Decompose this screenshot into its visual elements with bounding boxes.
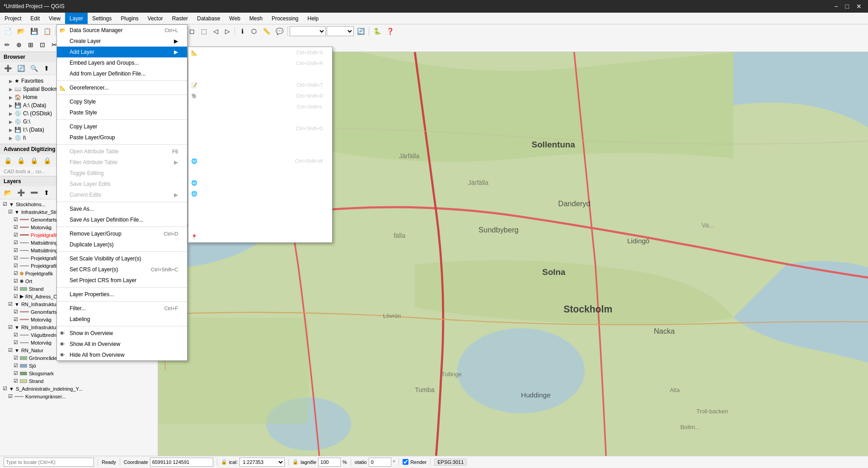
browser-refresh-btn[interactable]: 🔄 — [15, 63, 27, 74]
python-btn[interactable]: 🐍 — [371, 26, 383, 37]
adv-lock2[interactable]: 🔒 — [15, 155, 27, 166]
move-feature-btn[interactable]: ⊞ — [25, 39, 36, 50]
zoom-selection-btn[interactable]: ⬚ — [198, 26, 209, 37]
adv-lock1[interactable]: 🔒 — [2, 155, 14, 166]
magnifier-field[interactable] — [318, 458, 341, 467]
annotation-combo[interactable] — [327, 26, 354, 36]
browser-add-btn[interactable]: ➕ — [2, 63, 14, 74]
menu-set-crs[interactable]: Set CRS of Layer(s) Ctrl+Shift+C — [57, 264, 187, 275]
submenu-add-xyz[interactable]: 🗺 Add XYZ Layer... — [188, 166, 332, 177]
menu-filter[interactable]: Filter... Ctrl+F — [57, 303, 187, 314]
menu-database[interactable]: Database — [192, 13, 225, 24]
submenu-add-mesh[interactable]: ⬡ Add Mesh Layer... — [188, 69, 332, 80]
menu-paste-style[interactable]: Paste Style — [57, 107, 187, 118]
layers-add-btn[interactable]: ➕ — [15, 187, 27, 198]
submenu-add-arcgis[interactable]: 🗄 Add ArcGIS REST Server Layer... — [188, 199, 332, 210]
submenu-add-delimited[interactable]: 📝 Add Delimited Text Layer... Ctrl+Shift… — [188, 80, 332, 90]
menu-open-attr-table[interactable]: Open Attribute Table F6 — [57, 146, 187, 157]
save-as-btn[interactable]: 📋 — [41, 26, 53, 37]
select-btn[interactable]: ⬡ — [249, 26, 259, 37]
menu-plugins[interactable]: Plugins — [116, 13, 143, 24]
crs-badge[interactable]: EPSG:3011 — [434, 459, 467, 466]
browser-collapse-btn[interactable]: ⬆ — [41, 63, 52, 74]
tips-btn[interactable]: 💬 — [273, 26, 286, 37]
layer-strand2[interactable]: ☑ Strand — [1, 377, 157, 385]
menu-settings[interactable]: Settings — [88, 13, 116, 24]
submenu-add-raster[interactable]: 🖼 Add Raster Layer... Ctrl+Shift+R — [188, 58, 332, 69]
menu-hide-all-overview[interactable]: 👁 Hide All from Overview — [57, 350, 187, 360]
menu-paste-layer[interactable]: Paste Layer/Group — [57, 132, 187, 143]
submenu-add-wcs[interactable]: 🌐 Add WCS Layer... — [188, 177, 332, 188]
close-button[interactable]: ✕ — [854, 2, 864, 11]
menu-set-project-crs[interactable]: Set Project CRS from Layer — [57, 275, 187, 286]
adv-lock4[interactable]: 🔒 — [41, 155, 53, 166]
browser-filter-btn[interactable]: 🔍 — [28, 63, 40, 74]
menu-current-edits[interactable]: Current Edits ▶ — [57, 189, 187, 200]
menu-help[interactable]: Help — [303, 13, 324, 24]
submenu-add-postgis[interactable]: 🐘 Add PostGIS Layers... Ctrl+Shift+D — [188, 90, 332, 101]
menu-project[interactable]: Project — [0, 13, 26, 24]
node-tool-btn[interactable]: ⊡ — [37, 39, 48, 50]
edit-point-btn[interactable]: ⊕ — [14, 39, 24, 50]
help-btn[interactable]: ❓ — [384, 26, 396, 37]
menu-datasource-manager[interactable]: 📂 Data Source Manager Ctrl+L — [57, 25, 187, 36]
layer-s-admin-group[interactable]: ☑ ▼ S_Administrativ_indelning_Y... — [1, 385, 157, 392]
render-checkbox[interactable] — [403, 459, 408, 465]
menu-add-layer[interactable]: Add Layer ▶ 📐 Add Vector Layer... Ctrl+S… — [57, 47, 187, 57]
submenu-add-saphana[interactable]: 🗄 Add SAP HANA Spatial Layer... — [188, 134, 332, 145]
menu-embed-layers[interactable]: Embed Layers and Groups... — [57, 57, 187, 68]
layers-up-btn[interactable]: ⬆ — [41, 187, 52, 198]
menu-web[interactable]: Web — [225, 13, 244, 24]
zoom-prev-btn[interactable]: ◁ — [210, 26, 221, 37]
measure-btn[interactable]: 📏 — [260, 26, 272, 37]
menu-mesh[interactable]: Mesh — [245, 13, 267, 24]
identify-btn[interactable]: ℹ — [237, 26, 248, 37]
layer-skogsmark[interactable]: ☑ Skogsmark — [1, 369, 157, 377]
menu-show-in-overview[interactable]: 👁 Show in Overview — [57, 328, 187, 339]
zoom-next-btn[interactable]: ▷ — [222, 26, 233, 37]
zoom-layer-btn[interactable]: ◻ — [187, 26, 197, 37]
maximize-button[interactable]: □ — [843, 2, 852, 11]
submenu-add-gpx[interactable]: 📍 Add GPX Layer... — [188, 232, 332, 242]
save-project-btn[interactable]: 💾 — [28, 26, 40, 37]
menu-create-layer[interactable]: Create Layer ▶ — [57, 36, 187, 47]
map-theme-combo[interactable] — [290, 26, 326, 36]
menu-save-as[interactable]: Save As... — [57, 203, 187, 214]
menu-georeferencer[interactable]: 📐 Georeferencer... — [57, 82, 187, 93]
layers-remove-btn[interactable]: ➖ — [28, 187, 40, 198]
menu-save-layer-edits[interactable]: Save Layer Edits — [57, 179, 187, 189]
submenu-add-oracle[interactable]: 🗄 Add Oracle Spatial Layer _ Ctrl+Shift+… — [188, 123, 332, 134]
menu-copy-layer[interactable]: Copy Layer — [57, 121, 187, 132]
menu-duplicate-layer[interactable]: Duplicate Layer(s) — [57, 239, 187, 250]
menu-edit[interactable]: Edit — [26, 13, 44, 24]
menu-show-all-overview[interactable]: 👁 Show All in Overview — [57, 339, 187, 350]
new-project-btn[interactable]: 📄 — [2, 26, 14, 37]
menu-set-scale-vis[interactable]: Set Scale Visibility of Layer(s) — [57, 253, 187, 264]
submenu-add-wfs[interactable]: 🌐 Add WFS Layer... — [188, 188, 332, 199]
submenu-add-vectortile[interactable]: ⬡ Add Vector Tile Layer... — [188, 210, 332, 221]
submenu-add-wms[interactable]: 🌐 Add WMS/WMTS Layer... Ctrl+Shift+W — [188, 156, 332, 166]
submenu-add-spatialite[interactable]: 🗃 Add SpatiaLite Layer... Ctrl+Shift+L — [188, 101, 332, 112]
layer-sjo[interactable]: ☑ Sjö — [1, 362, 157, 369]
menu-layer-properties[interactable]: Layer Properties... — [57, 289, 187, 300]
rotation-field[interactable] — [369, 458, 391, 467]
coordinate-field[interactable] — [150, 458, 213, 467]
locate-input[interactable] — [4, 458, 94, 467]
submenu-add-mssql[interactable]: 🗄 Add MS SQL Server Layer... — [188, 112, 332, 123]
refresh-btn[interactable]: 🔄 — [355, 26, 367, 37]
open-project-btn[interactable]: 📂 — [15, 26, 27, 37]
menu-raster[interactable]: Raster — [168, 13, 192, 24]
menu-add-from-def[interactable]: Add from Layer Definition File... — [57, 68, 187, 79]
menu-vector[interactable]: Vector — [143, 13, 168, 24]
menu-processing[interactable]: Processing — [267, 13, 303, 24]
menu-remove-layer[interactable]: Remove Layer/Group Ctrl+D — [57, 228, 187, 239]
menu-filter-attr-table[interactable]: Filter Attribute Table ▶ — [57, 157, 187, 168]
digitize-btn[interactable]: ✏ — [2, 39, 13, 50]
menu-toggle-editing[interactable]: Toggle Editing — [57, 168, 187, 179]
menu-labeling[interactable]: Labeling — [57, 314, 187, 325]
layers-open-btn[interactable]: 📂 — [2, 187, 14, 198]
minimize-button[interactable]: − — [831, 2, 840, 11]
menu-copy-style[interactable]: Copy Style — [57, 96, 187, 107]
adv-lock3[interactable]: 🔒 — [28, 155, 40, 166]
submenu-add-pointcloud[interactable]: ⬡ Add Point Cloud Layer... — [188, 221, 332, 232]
